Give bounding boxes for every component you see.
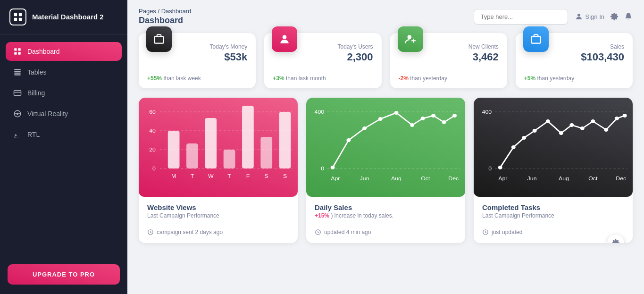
completed-tasks-footer: just updated: [482, 224, 624, 235]
chart-card-daily-sales: 0 400 Apr Jun: [306, 98, 465, 243]
breadcrumb-sep: /: [158, 8, 161, 15]
svg-rect-26: [531, 37, 541, 43]
svg-text:0: 0: [488, 166, 492, 171]
svg-text:Dec: Dec: [448, 176, 459, 181]
svg-point-85: [623, 114, 627, 118]
breadcrumb-current: Dashboard: [161, 8, 192, 15]
daily-sales-title: Daily Sales: [315, 203, 457, 211]
svg-rect-41: [279, 112, 291, 168]
completed-tasks-chart: 0 400: [474, 98, 633, 197]
svg-text:Jun: Jun: [527, 176, 537, 181]
svg-point-76: [522, 136, 526, 140]
breadcrumb-area: Pages / Dashboard Dashboard: [139, 8, 191, 25]
svg-rect-0: [14, 13, 17, 16]
svg-text:400: 400: [315, 109, 325, 115]
sidebar-item-tables[interactable]: Tables: [6, 63, 122, 82]
svg-point-19: [577, 14, 580, 17]
sidebar: Material Dashboard 2 Dashboard Tables: [0, 0, 127, 294]
svg-text:400: 400: [482, 109, 492, 115]
sales-change-text: than yesterday: [537, 75, 574, 82]
svg-point-15: [17, 113, 19, 115]
page-title: Dashboard: [139, 16, 191, 25]
sign-in-button[interactable]: Sign In: [575, 12, 604, 21]
sidebar-item-virtual-reality[interactable]: Virtual Reality: [6, 104, 122, 123]
search-input[interactable]: [474, 9, 568, 25]
svg-point-62: [442, 120, 446, 124]
website-views-chart: 0 20 40 60: [139, 98, 298, 197]
daily-sales-subtitle: +15% ) increase in today sales.: [315, 212, 457, 219]
chart-card-completed-tasks: 0 400: [474, 98, 633, 243]
svg-text:W: W: [208, 173, 214, 179]
add-person-icon: [404, 33, 417, 45]
svg-point-59: [410, 123, 414, 127]
sidebar-logo: Material Dashboard 2: [0, 0, 127, 34]
clients-change: -2%: [399, 75, 409, 82]
line-chart-svg-1: 0 400 Apr Jun: [306, 98, 465, 197]
users-change-text: than lask month: [286, 75, 326, 82]
users-footer: +3% than lask month: [273, 70, 373, 82]
breadcrumb-pages: Pages: [139, 8, 156, 15]
money-footer: +55% than lask week: [147, 70, 247, 82]
stat-card-sales: Sales $103,430 +5% than yesterday: [516, 33, 633, 88]
clock-icon-3: [482, 229, 489, 235]
person-icon: [278, 33, 291, 45]
vr-icon: [13, 109, 22, 118]
svg-point-77: [533, 129, 537, 133]
svg-text:0: 0: [321, 166, 324, 171]
charts-row: 0 20 40 60: [139, 98, 633, 243]
sales-footer: +5% than yesterday: [524, 70, 624, 82]
website-views-subtitle: Last Campaign Performance: [147, 212, 289, 219]
svg-point-55: [346, 138, 351, 142]
billing-icon: [13, 89, 22, 97]
website-views-footer-text: campaign sent 2 days ago: [157, 229, 223, 235]
money-value: $53k: [147, 51, 247, 63]
svg-text:ع: ع: [14, 132, 18, 138]
svg-point-74: [498, 166, 502, 169]
gear-icon: [611, 239, 620, 243]
svg-text:20: 20: [149, 147, 156, 152]
svg-point-58: [394, 111, 398, 115]
svg-rect-40: [260, 137, 272, 168]
website-views-footer: campaign sent 2 days ago: [147, 224, 289, 235]
top-right-bar: Sign In: [474, 9, 633, 25]
svg-rect-2: [14, 18, 17, 21]
svg-rect-4: [14, 48, 17, 50]
settings-icon[interactable]: [610, 12, 619, 21]
top-icons: Sign In: [575, 12, 633, 21]
svg-point-78: [546, 119, 550, 123]
bell-icon[interactable]: [624, 12, 633, 21]
svg-rect-39: [242, 106, 254, 168]
sidebar-item-billing[interactable]: Billing: [6, 84, 122, 102]
daily-sales-chart: 0 400 Apr Jun: [306, 98, 465, 197]
svg-point-82: [591, 119, 595, 123]
sidebar-item-dashboard[interactable]: Dashboard: [6, 42, 122, 61]
svg-text:0: 0: [152, 166, 156, 171]
stat-card-money: Today's Money $53k +55% than lask week: [139, 33, 256, 88]
svg-point-60: [421, 117, 425, 120]
svg-rect-35: [168, 131, 180, 168]
clients-icon: [398, 26, 423, 52]
dashboard-label: Dashboard: [27, 48, 60, 55]
bar-chart-svg: 0 20 40 60: [139, 98, 298, 197]
breadcrumb: Pages / Dashboard: [139, 8, 191, 15]
svg-point-63: [452, 114, 457, 118]
svg-rect-10: [14, 73, 21, 74]
svg-text:T: T: [191, 173, 194, 179]
svg-text:Dec: Dec: [616, 176, 626, 181]
svg-rect-12: [14, 91, 21, 96]
website-views-title: Website Views: [147, 203, 289, 211]
sidebar-item-rtl[interactable]: ع RTL: [6, 125, 122, 144]
logo-svg: [13, 12, 23, 22]
svg-rect-36: [186, 143, 198, 168]
svg-text:S: S: [283, 173, 287, 179]
clock-icon-1: [147, 229, 154, 235]
daily-sales-suffix: ) increase in today sales.: [331, 212, 393, 219]
main-content: Pages / Dashboard Dashboard Sign In: [127, 0, 644, 294]
users-value: 2,300: [273, 51, 373, 63]
chart-card-website-views: 0 20 40 60: [139, 98, 298, 243]
upgrade-button[interactable]: UPGRADE TO PRO: [8, 264, 120, 285]
svg-rect-5: [18, 48, 21, 50]
stat-card-users: Today's Users 2,300 +3% than lask month: [264, 33, 381, 88]
svg-rect-38: [224, 150, 235, 168]
svg-rect-6: [14, 52, 17, 55]
